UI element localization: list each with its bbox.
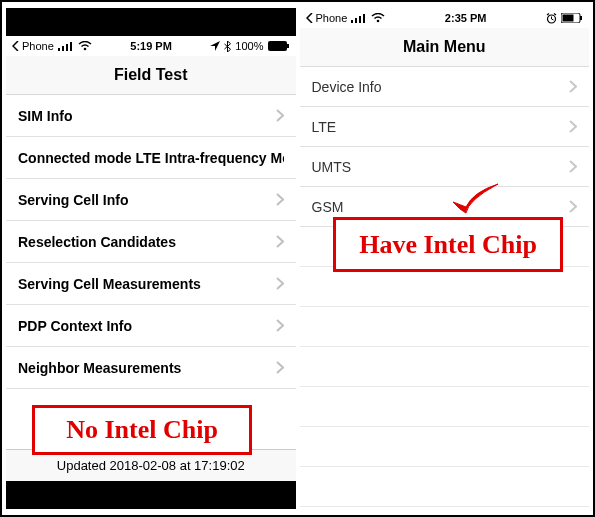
list-item-label: Connected mode LTE Intra-frequency Meas	[18, 150, 284, 166]
back-to-phone[interactable]: Phone	[306, 12, 348, 24]
battery-percent: 100%	[235, 40, 263, 52]
svg-point-11	[377, 20, 380, 23]
chevron-right-icon	[276, 235, 284, 248]
location-icon	[210, 41, 220, 51]
signal-icon	[58, 41, 74, 51]
svg-rect-0	[58, 48, 60, 51]
back-to-phone[interactable]: Phone	[12, 40, 54, 52]
back-label: Phone	[316, 12, 348, 24]
status-time: 2:35 PM	[445, 12, 487, 24]
list-item[interactable]: SIM Info	[6, 95, 296, 137]
chevron-right-icon	[569, 160, 577, 173]
chevron-right-icon	[569, 80, 577, 93]
list-item[interactable]: Connected mode LTE Intra-frequency Meas	[6, 137, 296, 179]
list-item[interactable]: LTE	[300, 107, 590, 147]
list-item-empty	[300, 227, 590, 267]
svg-rect-8	[355, 18, 357, 23]
alarm-icon	[546, 13, 557, 24]
status-bar: Phone 2:35 PM	[300, 8, 590, 28]
list-item-label: LTE	[312, 119, 337, 135]
svg-rect-9	[359, 16, 361, 23]
battery-icon	[561, 13, 583, 23]
status-bar: Phone 5:19 PM 100%	[6, 36, 296, 56]
chevron-right-icon	[276, 109, 284, 122]
list-item-label: Reselection Candidates	[18, 234, 176, 250]
svg-rect-10	[363, 14, 365, 23]
letterbox-bottom	[6, 481, 296, 509]
list-item-empty	[300, 347, 590, 387]
list-item-label: GSM	[312, 199, 344, 215]
list-item-empty	[300, 467, 590, 507]
list-item[interactable]: Serving Cell Measurements	[6, 263, 296, 305]
list-item-label: UMTS	[312, 159, 352, 175]
list-item[interactable]: GSM	[300, 187, 590, 227]
list-item[interactable]: Neighbor Measurements	[6, 347, 296, 389]
wifi-icon	[78, 41, 92, 51]
list-item[interactable]: UMTS	[300, 147, 590, 187]
page-title: Field Test	[6, 56, 296, 95]
svg-rect-1	[62, 46, 64, 51]
list-item[interactable]: PDP Context Info	[6, 305, 296, 347]
page-title: Main Menu	[300, 28, 590, 67]
list-item-label: Serving Cell Measurements	[18, 276, 201, 292]
wifi-icon	[371, 13, 385, 23]
status-time: 5:19 PM	[130, 40, 172, 52]
phone-right: Phone 2:35 PM Main Menu	[300, 8, 590, 509]
list-item-label: Neighbor Measurements	[18, 360, 181, 376]
svg-rect-15	[580, 16, 582, 20]
list-item-label: SIM Info	[18, 108, 72, 124]
list-item-empty	[300, 307, 590, 347]
chevron-right-icon	[276, 319, 284, 332]
list-item-empty	[300, 387, 590, 427]
list-item-label: PDP Context Info	[18, 318, 132, 334]
chevron-right-icon	[276, 361, 284, 374]
updated-timestamp: Updated 2018-02-08 at 17:19:02	[6, 449, 296, 481]
list-item[interactable]: Device Info	[300, 67, 590, 107]
list-item-empty	[300, 267, 590, 307]
list-item[interactable]: Reselection Candidates	[6, 221, 296, 263]
svg-rect-2	[66, 44, 68, 51]
letterbox-top	[6, 8, 296, 36]
list-item-label: Serving Cell Info	[18, 192, 128, 208]
menu-list: SIM Info Connected mode LTE Intra-freque…	[6, 95, 296, 449]
menu-list: Device Info LTE UMTS GSM	[300, 67, 590, 509]
chevron-right-icon	[569, 120, 577, 133]
svg-rect-14	[562, 15, 573, 22]
svg-rect-7	[351, 20, 353, 23]
back-label: Phone	[22, 40, 54, 52]
svg-point-4	[84, 48, 87, 51]
svg-rect-3	[70, 42, 72, 51]
list-item-empty	[300, 427, 590, 467]
chevron-right-icon	[276, 277, 284, 290]
signal-icon	[351, 13, 367, 23]
list-item-label: Device Info	[312, 79, 382, 95]
phone-left: Phone 5:19 PM 100%	[6, 8, 296, 509]
svg-rect-6	[287, 44, 289, 48]
svg-rect-5	[268, 41, 287, 51]
battery-icon	[268, 41, 290, 51]
chevron-right-icon	[569, 200, 577, 213]
chevron-right-icon	[276, 193, 284, 206]
bluetooth-icon	[224, 41, 231, 52]
list-item[interactable]: Serving Cell Info	[6, 179, 296, 221]
